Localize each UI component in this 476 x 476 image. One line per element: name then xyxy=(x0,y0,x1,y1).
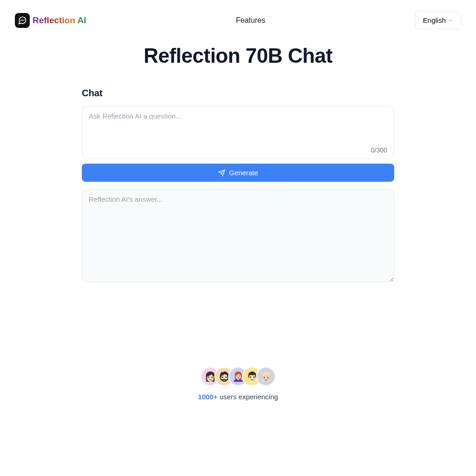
generate-button[interactable]: Generate xyxy=(82,164,394,182)
brand-logo-icon xyxy=(15,13,30,28)
brand[interactable]: Reflection AI xyxy=(15,13,86,28)
avatar: 👴🏻 xyxy=(257,368,275,385)
chat-section-title: Chat xyxy=(82,88,394,99)
avatar-stack: 👩🏻🧔🏻👩🏻‍🦰👨🏻👴🏻 xyxy=(201,368,275,385)
nav-features-link[interactable]: Features xyxy=(236,16,265,25)
svg-point-1 xyxy=(22,20,23,20)
question-input[interactable] xyxy=(89,112,387,142)
svg-point-0 xyxy=(21,20,21,20)
brand-name: Reflection AI xyxy=(33,15,86,26)
language-label: English xyxy=(423,16,446,24)
send-icon xyxy=(218,169,225,177)
svg-point-2 xyxy=(24,20,24,20)
header: Reflection AI Features English xyxy=(0,0,476,40)
answer-output[interactable] xyxy=(82,189,394,282)
social-proof: 👩🏻🧔🏻👩🏻‍🦰👨🏻👴🏻 1000+ users experiencing xyxy=(0,368,476,401)
social-text: 1000+ users experiencing xyxy=(198,393,278,401)
users-experiencing-label: users experiencing xyxy=(218,393,278,401)
main-content: Reflection 70B Chat Chat 0/300 Generate xyxy=(82,44,394,284)
user-count: 1000+ xyxy=(198,393,218,401)
generate-label: Generate xyxy=(229,169,258,177)
question-card: 0/300 xyxy=(82,106,394,159)
page-title: Reflection 70B Chat xyxy=(82,44,394,67)
language-selector[interactable]: English xyxy=(415,11,461,29)
chevron-down-icon xyxy=(448,18,453,23)
char-counter: 0/300 xyxy=(89,146,387,154)
